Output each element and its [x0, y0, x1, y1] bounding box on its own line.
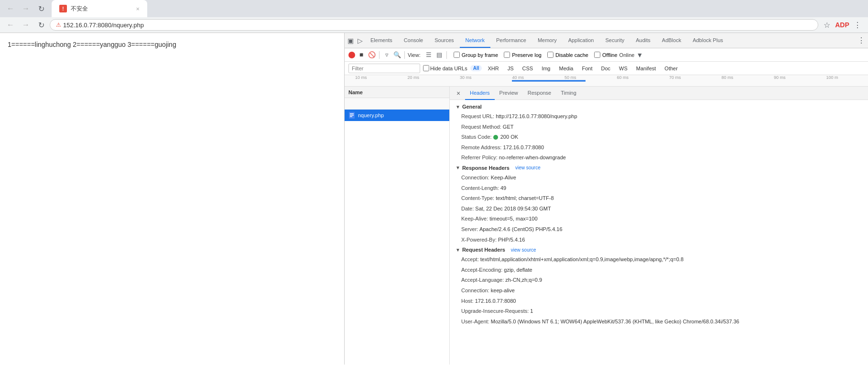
tab-adblock-plus[interactable]: Adblock Plus — [687, 33, 729, 48]
remote-address-row: Remote Address: 172.16.0.77:8080 — [450, 143, 868, 153]
filter-button[interactable]: ▿ — [382, 51, 391, 59]
security-icon: ⚠ — [56, 22, 61, 28]
view-waterfall-button[interactable]: ▤ — [435, 51, 444, 59]
hide-data-urls-label[interactable]: Hide data URLs — [423, 65, 467, 71]
request-headers-view-source[interactable]: view source — [511, 247, 536, 253]
filter-xhr[interactable]: XHR — [485, 65, 501, 72]
tab-close-button[interactable]: × — [136, 5, 140, 12]
resp-header-connection: Connection: Keep-Alive — [450, 173, 868, 183]
filter-other[interactable]: Other — [662, 65, 681, 72]
tab-elements[interactable]: Elements — [365, 33, 398, 48]
filter-js[interactable]: JS — [505, 65, 517, 72]
request-method-value: GET — [503, 124, 514, 130]
hide-data-urls-checkbox[interactable] — [423, 65, 429, 71]
throttle-dropdown-icon[interactable]: ▼ — [636, 51, 643, 59]
tab-adblock[interactable]: AdBlock — [656, 33, 687, 48]
tab-network[interactable]: Network — [460, 33, 490, 48]
addr-reload-button[interactable]: ↻ — [34, 18, 48, 32]
view-list-button[interactable]: ☰ — [424, 51, 433, 59]
filter-all-pill[interactable]: All — [470, 65, 482, 71]
filter-manifest[interactable]: Manifest — [633, 65, 659, 72]
request-headers-label: Request Headers — [462, 247, 505, 253]
headers-tab-response[interactable]: Response — [523, 87, 556, 100]
toolbar-sep-3 — [446, 51, 447, 59]
addr-back-button[interactable]: ← — [4, 18, 17, 32]
open-in-new-icon[interactable]: ▷ — [358, 37, 363, 44]
tab-title: 不安全 — [71, 5, 88, 13]
remote-address-label: Remote Address: — [461, 144, 501, 150]
disable-cache-group[interactable]: Disable cache — [547, 52, 588, 58]
chrome-menu-button[interactable]: ⋮ — [851, 18, 864, 32]
filter-css[interactable]: CSS — [520, 65, 536, 72]
filter-img[interactable]: Img — [539, 65, 553, 72]
group-by-frame-checkbox[interactable] — [454, 52, 460, 58]
timeline-mark-30: 30 ms — [460, 75, 472, 81]
request-url-row: Request URL: http://172.16.0.77:8080/nqu… — [450, 111, 868, 122]
hide-data-urls-text: Hide data URLs — [430, 66, 467, 71]
tab-memory[interactable]: Memory — [532, 33, 563, 48]
tab-sources[interactable]: Sources — [429, 33, 459, 48]
req-header-upgrade-insecure: Upgrade-Insecure-Requests: 1 — [450, 306, 868, 317]
devtools-more-icon[interactable]: ⋮ — [857, 36, 865, 45]
record-button[interactable] — [348, 52, 355, 58]
stop-button[interactable]: ◾ — [357, 51, 366, 59]
headers-tab-headers[interactable]: Headers — [465, 87, 495, 100]
timeline: 10 ms 20 ms 30 ms 40 ms 50 ms 60 ms 70 m… — [345, 75, 868, 87]
offline-label: Offline — [602, 52, 618, 58]
preserve-log-checkbox[interactable] — [504, 52, 510, 58]
headers-tab-timing[interactable]: Timing — [556, 87, 581, 100]
referrer-policy-row: Referrer Policy: no-referrer-when-downgr… — [450, 153, 868, 163]
back-button[interactable]: ← — [4, 2, 17, 15]
browser-tab[interactable]: ! 不安全 × — [52, 0, 147, 17]
tab-security[interactable]: Security — [599, 33, 630, 48]
filter-bar: Hide data URLs All XHR JS CSS Img Media … — [345, 62, 868, 75]
filter-input[interactable] — [348, 64, 420, 73]
tab-application[interactable]: Application — [563, 33, 600, 48]
tab-performance[interactable]: Performance — [490, 33, 532, 48]
preserve-log-group[interactable]: Preserve log — [504, 52, 542, 58]
headers-tabs-bar: × Headers Preview Response Timing — [450, 87, 868, 100]
resp-header-keep-alive: Keep-Alive: timeout=5, max=100 — [450, 214, 868, 224]
reload-button[interactable]: ↻ — [34, 2, 48, 15]
addr-forward-button[interactable]: → — [19, 18, 33, 32]
tab-favicon: ! — [59, 5, 67, 12]
toolbar-sep-1 — [379, 51, 380, 59]
offline-checkbox[interactable] — [594, 52, 600, 58]
general-section-header[interactable]: ▼ General — [450, 102, 868, 111]
request-headers-triangle-icon: ▼ — [456, 247, 460, 253]
file-doc-icon — [348, 112, 355, 119]
bookmark-button[interactable]: ☆ — [820, 18, 834, 32]
response-headers-view-source[interactable]: view source — [515, 165, 541, 170]
dock-side-icon[interactable]: ▣ — [347, 37, 354, 44]
group-by-frame-group[interactable]: Group by frame — [454, 52, 498, 58]
clear-button[interactable]: 🚫 — [368, 51, 376, 59]
close-headers-button[interactable]: × — [454, 88, 463, 98]
headers-detail: × Headers Preview Response Timing ▼ Gene… — [450, 87, 868, 365]
nav-buttons: ← → ↻ — [4, 2, 48, 15]
tab-console[interactable]: Console — [398, 33, 429, 48]
request-method-row: Request Method: GET — [450, 122, 868, 133]
referrer-policy-value: no-referrer-when-downgrade — [499, 155, 566, 160]
filter-font[interactable]: Font — [579, 65, 595, 72]
disable-cache-checkbox[interactable] — [547, 52, 553, 58]
name-column-header: Name — [348, 89, 363, 95]
svg-rect-3 — [350, 116, 352, 117]
forward-button[interactable]: → — [19, 2, 33, 15]
devtools-panel: ▣ ▷ Elements Console Sources Network Per… — [344, 33, 868, 365]
address-input-display[interactable]: ⚠ 152.16.0.77:8080/nquery.php — [50, 19, 818, 31]
headers-tab-preview[interactable]: Preview — [495, 87, 523, 100]
search-button[interactable]: 🔍 — [393, 51, 401, 59]
filter-ws[interactable]: WS — [616, 65, 630, 72]
file-item-nquery[interactable]: nquery.php — [345, 110, 449, 121]
filter-doc[interactable]: Doc — [598, 65, 613, 72]
req-header-connection: Connection: keep-alive — [450, 286, 868, 296]
page-content: 1======linghuchong 2======yangguo 3=====… — [0, 33, 344, 365]
tab-audits[interactable]: Audits — [630, 33, 656, 48]
request-headers-section-header[interactable]: ▼ Request Headers view source — [450, 245, 868, 254]
timeline-mark-10: 10 ms — [355, 75, 367, 81]
svg-rect-2 — [350, 115, 354, 116]
response-headers-section-header[interactable]: ▼ Response Headers view source — [450, 163, 868, 173]
offline-group[interactable]: Offline — [594, 52, 618, 58]
extensions-button[interactable]: ADP — [835, 18, 849, 32]
filter-media[interactable]: Media — [556, 65, 576, 72]
